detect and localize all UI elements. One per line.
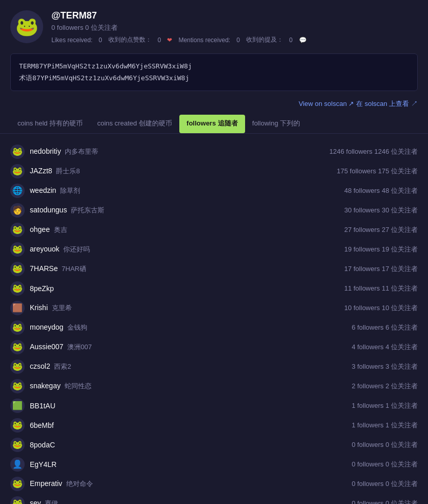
follower-avatar: 🐸: [10, 340, 25, 354]
follower-chinese-name: 除草剂: [58, 187, 80, 194]
follower-row[interactable]: 🐸sey 赛伊0 followers 0 位关注者: [5, 494, 423, 504]
follower-handle: areyouok: [30, 245, 60, 253]
follower-name: EgY4LR: [30, 460, 310, 469]
follower-avatar: 🐸: [10, 320, 25, 335]
follower-chinese-name: 爵士乐8: [54, 167, 80, 175]
follower-chinese-name: 澳洲007: [65, 343, 91, 351]
follower-avatar: 🐸: [10, 496, 25, 504]
follower-avatar: 🐸: [10, 223, 25, 237]
profile-section: 🐸 @TERM87 0 followers 0 位关注者 Likes recei…: [0, 0, 428, 49]
follower-row[interactable]: 🧑satodungus 萨托东古斯30 followers 30 位关注者: [5, 201, 423, 220]
follower-avatar: 🟩: [10, 399, 25, 413]
follower-chinese-name: 萨托东古斯: [69, 206, 104, 214]
follower-name: areyouok 你还好吗: [30, 245, 310, 254]
tab-following[interactable]: following 下列的: [245, 115, 307, 133]
follower-row[interactable]: 🐸Emperativ 绝对命令0 followers 0 位关注者: [5, 474, 423, 494]
follower-row[interactable]: 🐸JAZzt8 爵士乐8175 followers 175 位关注者: [5, 161, 423, 181]
follower-avatar: 🐸: [10, 242, 25, 257]
follower-count: 175 followers 175 位关注者: [315, 167, 418, 176]
follower-count: 0 followers 0 位关注者: [315, 440, 418, 449]
follower-avatar: 🐸: [10, 145, 25, 159]
follower-row[interactable]: 🐸snakegay 蛇同性恋2 followers 2 位关注者: [5, 376, 423, 396]
follower-row[interactable]: 🐸7HARSe 7HAR硒17 followers 17 位关注者: [5, 259, 423, 279]
follower-name: Krishi 克里希: [30, 303, 310, 313]
follower-row[interactable]: 🐸Aussie007 澳洲0074 followers 4 位关注者: [5, 337, 423, 357]
follower-row[interactable]: 🐸8peZkp11 followers 11 位关注者: [5, 279, 423, 298]
follower-row[interactable]: 🐸moneydog 金钱狗6 followers 6 位关注者: [5, 318, 423, 337]
follower-name: BB1tAU: [30, 402, 310, 410]
follower-name: 7HARSe 7HAR硒: [30, 264, 310, 274]
follower-count: 1246 followers 1246 位关注者: [315, 147, 418, 156]
follower-handle: 6beMbf: [30, 421, 54, 429]
follower-avatar: 🟫: [10, 301, 25, 315]
tab-coins-held[interactable]: coins held 持有的硬币: [10, 115, 90, 133]
follower-handle: sey: [30, 499, 41, 504]
follower-avatar: 🐸: [10, 359, 25, 374]
solscan-link[interactable]: View on solscan ↗ 在 solscan 上查看 ↗: [299, 100, 418, 107]
follower-handle: JAZzt8: [30, 167, 52, 175]
follower-avatar: 🧑: [10, 203, 25, 218]
follower-count: 17 followers 17 位关注者: [315, 264, 418, 274]
follower-name: Emperativ 绝对命令: [30, 479, 310, 489]
follower-chinese-name: 蛇同性恋: [63, 382, 91, 390]
follower-avatar: 🐸: [10, 379, 25, 393]
profile-info: @TERM87 0 followers 0 位关注者 Likes receive…: [51, 10, 418, 44]
likes-count: 0: [158, 37, 161, 44]
follower-count: 10 followers 10 位关注者: [315, 303, 418, 313]
follower-name: snakegay 蛇同性恋: [30, 382, 310, 391]
follower-row[interactable]: 🐸8podaC0 followers 0 位关注者: [5, 435, 423, 455]
profile-username[interactable]: @TERM87: [51, 10, 418, 21]
follower-row[interactable]: 🌐weedzin 除草剂48 followers 48 位关注者: [5, 181, 423, 201]
follower-handle: 8podaC: [30, 441, 55, 449]
follower-avatar: 🐸: [10, 164, 25, 178]
followers-list: 🐸nedobritiy 内多布里蒂1246 followers 1246 位关注…: [0, 142, 428, 504]
follower-avatar: 🐸: [10, 281, 25, 296]
follower-avatar: 🌐: [10, 184, 25, 198]
tabs: coins held 持有的硬币coins created 创建的硬币follo…: [0, 115, 428, 134]
tab-coins-created[interactable]: coins created 创建的硬币: [90, 115, 179, 133]
profile-stats: 0 followers 0 位关注者: [51, 23, 418, 32]
follower-handle: 7HARSe: [30, 264, 58, 273]
profile-meta: Likes received: 0 收到的点赞数： 0 ❤ Mentions r…: [51, 35, 418, 44]
follower-chinese-name: 你还好吗: [62, 245, 90, 253]
follower-chinese-name: 内多布里蒂: [63, 148, 99, 155]
follower-avatar: 🐸: [10, 262, 25, 276]
wallet-line-2[interactable]: 术语87YPiM5mVqHS2tz1zuXv6dwM6YjeSSRVW3xiW8…: [19, 72, 409, 84]
follower-handle: BB1tAU: [30, 402, 55, 410]
comment-icon: 💬: [299, 37, 307, 44]
follower-handle: weedzin: [30, 186, 56, 194]
follower-count: 6 followers 6 位关注者: [315, 323, 418, 332]
follower-row[interactable]: 🐸czsol2 西索23 followers 3 位关注者: [5, 357, 423, 376]
follower-handle: satodungus: [30, 206, 67, 214]
follower-name: JAZzt8 爵士乐8: [30, 167, 310, 176]
tab-followers[interactable]: followers 追随者: [179, 115, 245, 133]
view-solscan[interactable]: View on solscan ↗ 在 solscan 上查看 ↗: [0, 97, 428, 115]
follower-count: 19 followers 19 位关注者: [315, 245, 418, 254]
follower-count: 11 followers 11 位关注者: [315, 284, 418, 293]
follower-count: 4 followers 4 位关注者: [315, 343, 418, 352]
follower-handle: Krishi: [30, 303, 48, 312]
wallet-box: TERM87YPiM5mVqHS2tz1zuXv6dwM6YjeSSRVW3xi…: [10, 53, 418, 91]
follower-row[interactable]: 🐸ohgee 奥吉27 followers 27 位关注者: [5, 220, 423, 240]
wallet-line-1[interactable]: TERM87YPiM5mVqHS2tz1zuXv6dwM6YjeSSRVW3xi…: [19, 60, 409, 72]
follower-row[interactable]: 🐸nedobritiy 内多布里蒂1246 followers 1246 位关注…: [5, 142, 423, 161]
follower-row[interactable]: 🐸areyouok 你还好吗19 followers 19 位关注者: [5, 240, 423, 259]
follower-row[interactable]: 🟩BB1tAU1 followers 1 位关注者: [5, 396, 423, 416]
likes-value: 0: [99, 37, 102, 44]
follower-name: 6beMbf: [30, 421, 310, 429]
follower-handle: 8peZkp: [30, 284, 54, 293]
mentions-count: 0: [289, 37, 293, 44]
follower-name: Aussie007 澳洲007: [30, 343, 310, 352]
follower-row[interactable]: 👤EgY4LR0 followers 0 位关注者: [5, 455, 423, 474]
follower-name: nedobritiy 内多布里蒂: [30, 147, 310, 156]
avatar: 🐸: [10, 10, 43, 43]
follower-row[interactable]: 🐸6beMbf1 followers 1 位关注者: [5, 416, 423, 435]
follower-count: 30 followers 30 位关注者: [315, 206, 418, 215]
follower-name: sey 赛伊: [30, 499, 310, 504]
follower-count: 0 followers 0 位关注者: [315, 479, 418, 489]
follower-handle: moneydog: [30, 323, 63, 331]
follower-row[interactable]: 🟫Krishi 克里希10 followers 10 位关注者: [5, 298, 423, 318]
follower-handle: nedobritiy: [30, 147, 61, 155]
follower-name: moneydog 金钱狗: [30, 323, 310, 332]
mentions-chinese: 收到的提及：: [246, 35, 283, 44]
